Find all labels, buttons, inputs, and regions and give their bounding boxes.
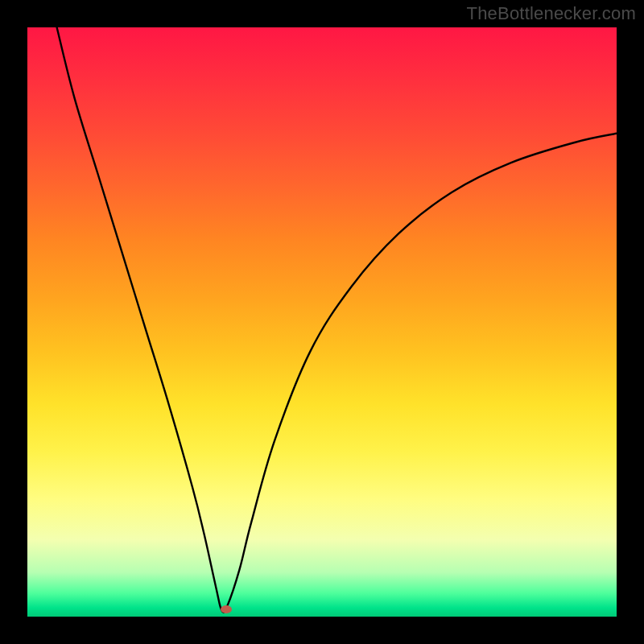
min-point-marker	[221, 605, 232, 613]
watermark-text: TheBottlenecker.com	[467, 3, 636, 24]
bottleneck-curve-path	[57, 27, 617, 613]
curve-svg	[27, 27, 617, 617]
chart-plot-area	[27, 27, 617, 617]
